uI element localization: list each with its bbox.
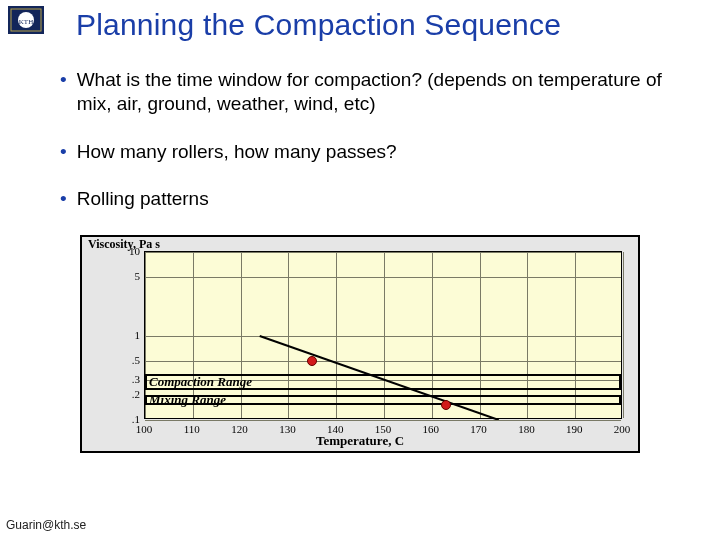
x-tick: 170	[465, 423, 493, 435]
bullet-dot-icon: •	[60, 68, 67, 92]
data-point	[441, 400, 451, 410]
x-tick: 120	[226, 423, 254, 435]
x-tick: 160	[417, 423, 445, 435]
x-tick: 140	[321, 423, 349, 435]
list-item: • How many rollers, how many passes?	[60, 140, 682, 164]
bullet-text: Rolling patterns	[77, 187, 682, 211]
x-tick: 130	[273, 423, 301, 435]
y-tick: 10	[122, 245, 140, 257]
list-item: • What is the time window for compaction…	[60, 68, 682, 116]
x-tick: 200	[608, 423, 636, 435]
fit-line	[145, 252, 623, 420]
y-tick: .3	[122, 373, 140, 385]
y-tick: .2	[122, 388, 140, 400]
x-tick: 100	[130, 423, 158, 435]
y-tick: .5	[122, 354, 140, 366]
list-item: • Rolling patterns	[60, 187, 682, 211]
x-tick: 150	[369, 423, 397, 435]
bullet-text: What is the time window for compaction? …	[77, 68, 682, 116]
viscosity-chart: Viscosity, Pa s Compaction RangeMixing R…	[80, 235, 640, 453]
plot-area: Compaction RangeMixing Range	[144, 251, 622, 419]
bullet-dot-icon: •	[60, 140, 67, 164]
bullet-dot-icon: •	[60, 187, 67, 211]
slide-title: Planning the Compaction Sequence	[76, 8, 692, 42]
x-tick: 190	[560, 423, 588, 435]
y-tick: 1	[122, 329, 140, 341]
y-tick: 5	[122, 270, 140, 282]
x-tick: 110	[178, 423, 206, 435]
x-tick: 180	[512, 423, 540, 435]
x-axis-label: Temperature, C	[82, 433, 638, 449]
footer-email: Guarin@kth.se	[6, 518, 86, 532]
svg-line-4	[260, 336, 499, 420]
svg-text:KTH: KTH	[19, 18, 33, 26]
bullet-text: How many rollers, how many passes?	[77, 140, 682, 164]
bullet-list: • What is the time window for compaction…	[60, 68, 682, 211]
org-logo: KTH	[8, 6, 44, 34]
data-point	[307, 356, 317, 366]
